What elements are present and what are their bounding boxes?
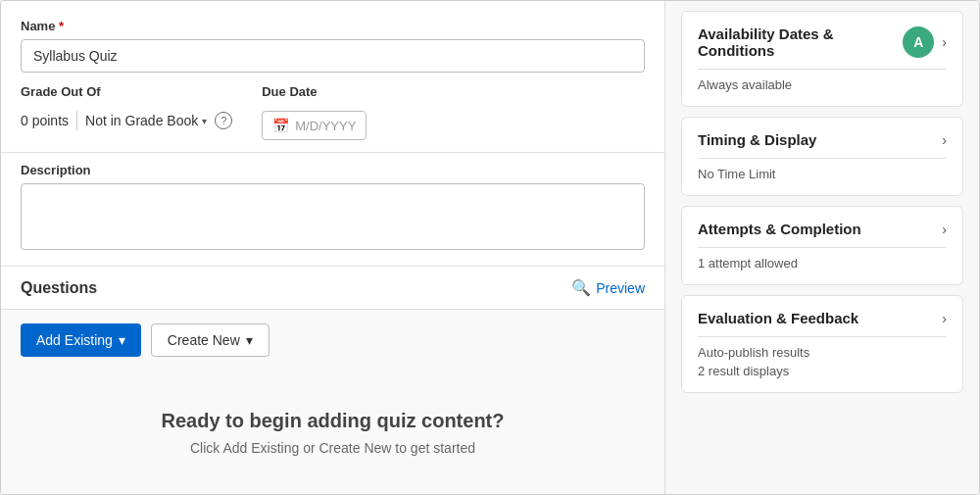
grade-book-button[interactable]: Not in Grade Book ▾ (85, 113, 207, 128)
preview-icon: 🔍 (571, 278, 591, 297)
attempts-divider (698, 247, 947, 248)
empty-subtitle: Click Add Existing or Create New to get … (190, 440, 475, 456)
timing-value: No Time Limit (698, 167, 947, 181)
timing-card[interactable]: Timing & Display › No Time Limit (681, 117, 963, 196)
evaluation-values: Auto-publish results 2 result displays (698, 345, 947, 378)
questions-empty-state: Ready to begin adding quiz content? Clic… (1, 371, 664, 494)
calendar-icon: 📅 (272, 118, 289, 133)
grade-label: Grade Out Of (21, 84, 232, 99)
availability-title-row: Availability Dates & Conditions (698, 25, 903, 59)
questions-header: Questions 🔍 Preview (1, 267, 664, 310)
due-date-input[interactable]: 📅 M/D/YYYY (262, 111, 367, 140)
name-section: Name * Grade Out Of 0 points Not in Grad… (1, 1, 664, 153)
evaluation-title: Evaluation & Feedback (698, 310, 858, 326)
empty-title: Ready to begin adding quiz content? (162, 410, 505, 432)
questions-title: Questions (21, 279, 97, 297)
name-input[interactable] (21, 39, 645, 73)
evaluation-divider (698, 336, 947, 337)
create-new-chevron-icon: ▾ (246, 332, 253, 348)
questions-toolbar: Add Existing ▾ Create New ▾ (1, 310, 664, 371)
timing-divider (698, 158, 947, 159)
add-existing-button[interactable]: Add Existing ▾ (21, 323, 141, 357)
add-existing-chevron-icon: ▾ (119, 332, 125, 348)
attempts-card[interactable]: Attempts & Completion › 1 attempt allowe… (681, 206, 963, 285)
attempts-title: Attempts & Completion (698, 221, 861, 237)
availability-header: Availability Dates & Conditions A › (698, 25, 947, 59)
evaluation-header: Evaluation & Feedback › (698, 310, 947, 326)
avatar: A (903, 26, 934, 58)
grade-help-icon[interactable]: ? (215, 112, 232, 129)
grade-book-chevron-icon: ▾ (202, 116, 207, 126)
left-panel: Name * Grade Out Of 0 points Not in Grad… (1, 1, 665, 494)
evaluation-card[interactable]: Evaluation & Feedback › Auto-publish res… (681, 295, 963, 393)
description-label: Description (21, 163, 645, 177)
grade-divider (76, 111, 77, 130)
description-input[interactable] (21, 183, 645, 250)
description-section: Description (1, 153, 664, 267)
timing-title: Timing & Display (698, 131, 816, 148)
availability-title: Availability Dates & Conditions (698, 25, 903, 59)
evaluation-value1: Auto-publish results (698, 345, 947, 360)
evaluation-value2: 2 result displays (698, 364, 947, 378)
due-date-section: Due Date 📅 M/D/YYYY (262, 84, 367, 140)
availability-divider (698, 69, 947, 70)
availability-arrow-icon: › (942, 34, 947, 50)
name-label: Name * (21, 19, 645, 33)
availability-value: Always available (698, 77, 947, 92)
right-panel: Availability Dates & Conditions A › Alwa… (665, 1, 979, 494)
timing-arrow-icon: › (942, 132, 947, 148)
required-indicator: * (55, 19, 64, 33)
questions-section: Questions 🔍 Preview Add Existing ▾ Creat… (1, 267, 664, 494)
grade-points: 0 points (21, 113, 69, 128)
evaluation-arrow-icon: › (942, 311, 947, 326)
timing-header: Timing & Display › (698, 131, 947, 148)
due-date-label: Due Date (262, 84, 367, 99)
attempts-arrow-icon: › (942, 222, 947, 237)
availability-card[interactable]: Availability Dates & Conditions A › Alwa… (681, 11, 963, 107)
attempts-header: Attempts & Completion › (698, 221, 947, 237)
create-new-button[interactable]: Create New ▾ (151, 323, 270, 357)
attempts-value: 1 attempt allowed (698, 256, 947, 271)
due-date-placeholder: M/D/YYYY (295, 119, 356, 133)
grade-section: Grade Out Of 0 points Not in Grade Book … (21, 84, 232, 130)
preview-button[interactable]: 🔍 Preview (571, 278, 645, 297)
